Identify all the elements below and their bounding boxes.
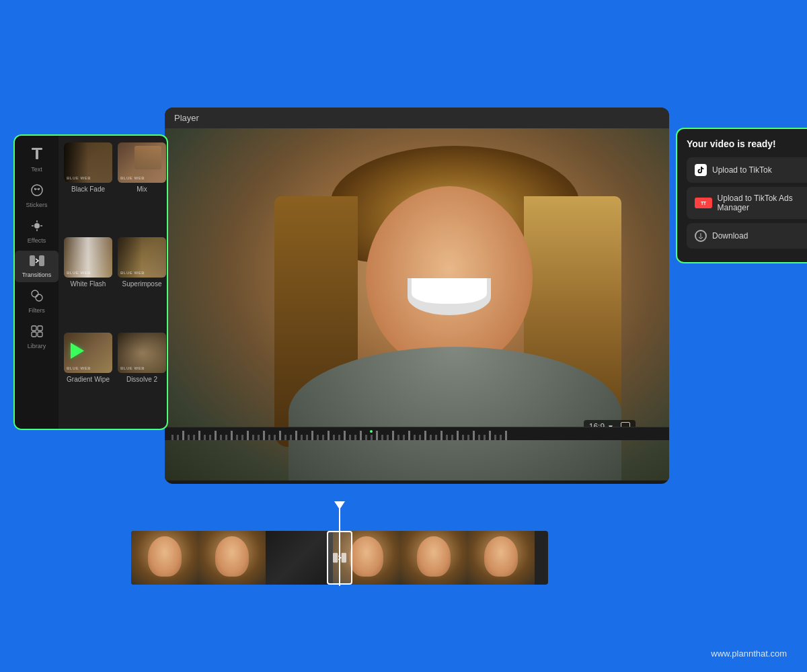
ruler-mark xyxy=(290,435,292,440)
text-icon xyxy=(32,148,42,164)
sidebar-item-text[interactable]: Text xyxy=(15,144,59,177)
tiktok-ads-icon: TT xyxy=(695,198,712,208)
transition-watermark-1: BLUE WEB xyxy=(67,176,91,180)
ruler-mark-tall xyxy=(231,431,233,440)
ruler-mark xyxy=(258,435,260,440)
upload-tiktok-ads-action[interactable]: TT Upload to TikTok Ads Manager › xyxy=(687,187,807,219)
ruler-mark-tall xyxy=(473,431,475,440)
ruler-mark xyxy=(338,435,340,440)
ruler-mark-tall xyxy=(376,431,378,440)
playhead[interactable] xyxy=(339,505,340,586)
ruler-mark-tall xyxy=(198,431,200,440)
ruler-mark xyxy=(204,435,206,440)
ruler-mark-tall xyxy=(360,431,362,440)
sidebar-icons: Text Stickers xyxy=(15,136,59,429)
transition-thumb-black-fade: BLUE WEB xyxy=(64,142,112,183)
upload-tiktok-action-left: Upload to TikTok xyxy=(695,164,772,176)
ruler-mark-tall xyxy=(424,431,426,440)
transition-watermark-5: BLUE WEB xyxy=(67,366,91,370)
ruler-mark xyxy=(467,435,469,440)
transitions-icon xyxy=(30,255,44,269)
sidebar-item-effects[interactable]: Effects xyxy=(15,215,59,248)
transition-watermark-4: BLUE WEB xyxy=(120,271,145,275)
ruler-mark-tall xyxy=(279,431,281,440)
svg-rect-0 xyxy=(32,148,42,150)
ruler-mark xyxy=(333,435,335,440)
transition-superimpose[interactable]: BLUE WEB Superimpose xyxy=(118,237,166,327)
ruler-mark xyxy=(177,435,179,440)
download-icon xyxy=(695,230,707,242)
tiktok-icon xyxy=(695,164,707,176)
ruler-mark-tall xyxy=(295,431,297,440)
transition-label-dissolve-2: Dissolve 2 xyxy=(126,376,157,383)
transition-label-mix: Mix xyxy=(137,185,147,193)
ruler-mark-tall xyxy=(215,431,217,440)
playhead-top xyxy=(334,501,345,509)
ruler-mark xyxy=(403,435,405,440)
ruler-marks xyxy=(165,427,669,440)
timeline-ruler xyxy=(165,427,669,440)
sidebar-item-stickers[interactable]: Stickers xyxy=(15,179,59,212)
sidebar-item-text-label: Text xyxy=(31,166,42,173)
transition-dissolve-2[interactable]: BLUE WEB Dissolve 2 xyxy=(118,333,166,422)
sidebar-item-library[interactable]: Library xyxy=(15,321,59,353)
upload-tiktok-ads-label: Upload to TikTok Ads Manager xyxy=(718,194,807,212)
ruler-mark xyxy=(301,435,303,440)
watermark: www.plannthat.com xyxy=(711,648,787,659)
upload-tiktok-ads-action-left: TT Upload to TikTok Ads Manager xyxy=(695,194,807,212)
transition-gradient-wipe[interactable]: BLUE WEB Gradient Wipe xyxy=(64,333,112,422)
sidebar-item-transitions-label: Transitions xyxy=(22,271,52,278)
transition-watermark-3: BLUE WEB xyxy=(67,271,91,275)
popup-title: Your video is ready! xyxy=(687,138,807,149)
svg-point-4 xyxy=(38,188,39,190)
teeth xyxy=(412,278,486,304)
effects-icon xyxy=(30,219,44,235)
timeline-thumb-2 xyxy=(198,531,266,585)
upload-tiktok-action[interactable]: Upload to TikTok › xyxy=(687,157,807,183)
sidebar-item-filters[interactable]: Filters xyxy=(15,285,59,318)
svg-rect-15 xyxy=(38,326,42,331)
transition-watermark-6: BLUE WEB xyxy=(120,366,145,370)
player-window: Player 16:9 ▼ xyxy=(165,108,669,484)
ruler-mark xyxy=(354,435,356,440)
ruler-mark xyxy=(274,435,276,440)
transition-black-fade[interactable]: BLUE WEB Black Fade xyxy=(64,142,112,232)
ruler-mark-tall xyxy=(263,431,265,440)
green-cursor-icon xyxy=(71,343,84,359)
sidebar-item-transitions[interactable]: Transitions xyxy=(15,251,59,282)
sidebar-item-filters-label: Filters xyxy=(28,307,45,314)
ruler-mark-tall xyxy=(457,431,459,440)
transition-thumb-dissolve-2: BLUE WEB xyxy=(118,333,166,373)
timeline-thumb-3 xyxy=(266,531,333,585)
ruler-mark-tall xyxy=(328,431,330,440)
ruler-mark-tall xyxy=(505,431,507,440)
thumb-face-2 xyxy=(215,536,249,577)
ruler-mark-tall xyxy=(247,431,249,440)
thumb-face-1 xyxy=(148,536,182,577)
transition-mix[interactable]: BLUE WEB Mix xyxy=(118,142,166,232)
smile xyxy=(408,278,491,315)
ruler-mark xyxy=(365,435,367,440)
transition-thumb-gradient-wipe: BLUE WEB xyxy=(64,333,112,373)
svg-rect-14 xyxy=(32,326,36,331)
ruler-mark xyxy=(209,435,211,440)
thumb-face-4 xyxy=(350,536,383,577)
svg-point-5 xyxy=(34,223,40,228)
ruler-mark xyxy=(241,435,243,440)
svg-rect-19 xyxy=(342,553,346,563)
ruler-mark xyxy=(500,435,502,440)
svg-point-2 xyxy=(32,185,42,196)
sidebar-item-effects-label: Effects xyxy=(28,237,46,244)
transitions-content: BLUE WEB Black Fade BLUE WEB Mix BLUE WE… xyxy=(59,136,167,429)
ruler-mark xyxy=(397,435,399,440)
ruler-mark xyxy=(419,435,421,440)
player-title-bar: Player xyxy=(165,108,669,128)
ruler-mark xyxy=(414,435,416,440)
transition-white-flash[interactable]: BLUE WEB White Flash xyxy=(64,237,112,327)
ruler-mark-tall xyxy=(344,431,346,440)
video-ready-popup: Your video is ready! Upload to TikTok › … xyxy=(676,128,807,263)
ruler-mark xyxy=(484,435,486,440)
download-action[interactable]: Download xyxy=(687,223,807,249)
ruler-mark xyxy=(387,435,389,440)
svg-rect-17 xyxy=(38,332,42,337)
